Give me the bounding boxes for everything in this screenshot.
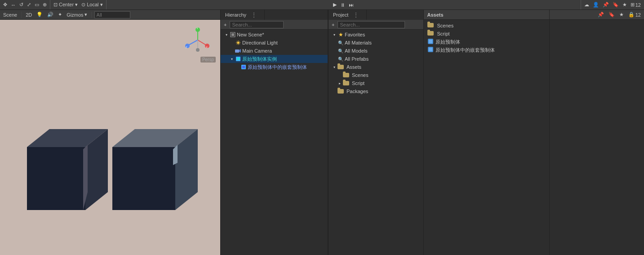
inspector-lock[interactable]: 🔒 12 xyxy=(627,11,642,18)
move-btn[interactable]: ↔ xyxy=(9,2,17,8)
scene-toolbar: Scene 2D 💡 🔊 ✦ Gizmos ▾ xyxy=(0,10,220,20)
asset-prefab2[interactable]: 原始预制体中的嵌套预制体 xyxy=(424,46,549,54)
scene-tab-label: Scene xyxy=(3,12,17,18)
audio-btn[interactable]: 🔊 xyxy=(46,11,55,18)
pause-btn[interactable]: ⏸ xyxy=(339,2,346,8)
scene-view: Scene 2D 💡 🔊 ✦ Gizmos ▾ xyxy=(0,10,220,255)
asset-script-folder xyxy=(427,31,434,37)
hierarchy-more[interactable]: ⋮ xyxy=(248,11,260,18)
all-models-item[interactable]: 🔍 All Models xyxy=(329,47,423,55)
step-btn[interactable]: ⏭ xyxy=(347,2,355,8)
project-tab[interactable]: Project ⋮ xyxy=(329,10,367,20)
fav-label: Favorites xyxy=(345,32,365,37)
layers-btn[interactable]: ⊞ 12 xyxy=(629,1,642,8)
asset-script[interactable]: Script xyxy=(424,30,549,38)
svg-point-21 xyxy=(237,42,240,44)
inspector-star[interactable]: ★ xyxy=(618,11,625,18)
gizmos-label: Gizmos xyxy=(67,12,83,18)
camera-icon xyxy=(235,48,241,54)
script-arrow: ▸ xyxy=(338,81,342,85)
pivot-btn[interactable]: ⊡ Center ▾ xyxy=(52,1,79,8)
nested-prefab-icon xyxy=(240,64,247,70)
scenes-item[interactable]: ▸ Scenes xyxy=(329,71,423,79)
multi-btn[interactable]: ⊕ xyxy=(41,1,48,8)
asset-scenes-folder xyxy=(427,22,434,29)
lock-icon: 🔒 xyxy=(628,12,635,18)
pin-btn[interactable]: 📌 xyxy=(601,1,610,8)
all-materials-label: All Materials xyxy=(345,40,372,45)
asset-prefab1[interactable]: 原始预制体 xyxy=(424,38,549,46)
scene-search[interactable] xyxy=(94,11,130,18)
svg-rect-20 xyxy=(231,33,234,36)
sep2 xyxy=(91,12,92,18)
rotate-btn[interactable]: ↺ xyxy=(18,1,25,8)
favorites-item[interactable]: ▾ ★ Favorites xyxy=(329,31,423,39)
svg-line-27 xyxy=(239,44,240,44)
collab-btn[interactable]: 👤 xyxy=(591,1,600,8)
scene-icon xyxy=(230,31,236,38)
star-icon: ★ xyxy=(338,31,344,38)
star-btn[interactable]: ★ xyxy=(621,1,628,8)
asset-scenes[interactable]: Scenes xyxy=(424,22,549,30)
2d-btn[interactable]: 2D xyxy=(24,12,33,18)
inspector-pin[interactable]: 📌 xyxy=(596,11,605,18)
lighting-btn[interactable]: 💡 xyxy=(35,11,44,18)
hierarchy-search[interactable] xyxy=(230,21,284,28)
fx-btn[interactable]: ✦ xyxy=(57,11,63,18)
main-camera-item[interactable]: ▸ Main Camera xyxy=(221,47,328,55)
directional-light-item[interactable]: ▸ Directional Light xyxy=(221,39,328,47)
hierarchy-content: ▾ New Scene* ▸ xyxy=(221,30,328,255)
packages-item[interactable]: ▸ Packages xyxy=(329,87,423,95)
all-models-label: All Models xyxy=(345,48,368,54)
svg-rect-33 xyxy=(237,58,240,60)
assets-title: Assets xyxy=(427,12,444,18)
transform-btn[interactable]: ✥ xyxy=(2,1,9,8)
transform-tools: ✥ ↔ ↺ ⤢ ▭ ⊕ xyxy=(0,0,50,9)
inspector-panel: 📌 🔖 ★ 🔒 12 xyxy=(549,10,644,255)
hierarchy-add-btn[interactable]: + xyxy=(222,22,228,28)
search-icon-1: 🔍 xyxy=(338,40,344,46)
gizmos-btn[interactable]: Gizmos ▾ xyxy=(65,11,88,18)
prefab-icon xyxy=(235,56,241,62)
packages-folder-icon xyxy=(338,88,344,94)
svg-line-26 xyxy=(237,41,237,42)
inspector-bookmark[interactable]: 🔖 xyxy=(607,11,616,18)
asset-prefab1-label: 原始预制体 xyxy=(435,39,460,45)
play-btn[interactable]: ▶ xyxy=(332,1,338,8)
bookmark-btn[interactable]: 🔖 xyxy=(611,1,620,8)
scene-options-btn[interactable]: Scene xyxy=(2,12,18,18)
assets-root-item[interactable]: ▾ Assets xyxy=(329,63,423,71)
asset-prefab2-icon xyxy=(427,46,434,54)
project-add-btn[interactable]: + xyxy=(330,22,336,28)
all-materials-item[interactable]: 🔍 All Materials xyxy=(329,39,423,47)
hierarchy-tab-label: Hierarchy xyxy=(225,12,246,18)
svg-marker-11 xyxy=(27,147,85,210)
project-panel: Project ⋮ + ▾ ★ Favorites 🔍 All Material… xyxy=(328,10,423,255)
nested-prefab-item[interactable]: ▸ 原始预制体中的嵌套预制体 xyxy=(221,63,328,71)
all-prefabs-item[interactable]: 🔍 All Prefabs xyxy=(329,55,423,63)
svg-text:Z: Z xyxy=(186,46,187,49)
project-more[interactable]: ⋮ xyxy=(350,11,362,18)
rect-btn[interactable]: ▭ xyxy=(33,1,40,8)
svg-text:X: X xyxy=(206,46,208,49)
hierarchy-toolbar: + xyxy=(221,20,328,30)
pivot-section: ⊡ Center ▾ ⊙ Local ▾ xyxy=(50,0,106,9)
prefab-instance-item[interactable]: ▾ 原始预制体实例 xyxy=(221,55,328,63)
script-item[interactable]: ▸ Script xyxy=(329,79,423,87)
main-content: Scene 2D 💡 🔊 ✦ Gizmos ▾ xyxy=(0,10,644,255)
assets-header: Assets xyxy=(424,10,549,20)
local-btn[interactable]: ⊙ Local ▾ xyxy=(80,1,104,8)
layers-icon: ⊞ xyxy=(631,2,635,8)
scene-gizmo[interactable]: Y X Z xyxy=(184,27,211,54)
asset-scenes-label: Scenes xyxy=(437,23,454,28)
project-search[interactable] xyxy=(338,21,405,28)
cloud-btn[interactable]: ☁ xyxy=(583,1,591,8)
layers-count: 12 xyxy=(635,2,641,8)
scene-root-item[interactable]: ▾ New Scene* xyxy=(221,31,328,39)
scale-btn[interactable]: ⤢ xyxy=(26,1,32,8)
svg-rect-35 xyxy=(242,66,245,68)
sep xyxy=(21,12,22,18)
pi-arrow: ▾ xyxy=(230,57,234,61)
svg-text:Y: Y xyxy=(196,27,198,30)
hierarchy-tab[interactable]: Hierarchy ⋮ xyxy=(221,10,265,20)
